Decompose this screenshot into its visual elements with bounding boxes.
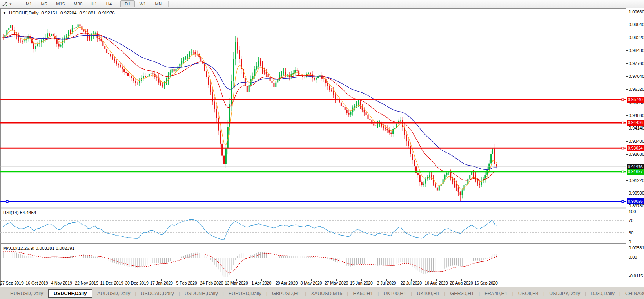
price-tick-label: 0.98480 <box>629 48 644 53</box>
price-tick-mark <box>626 206 628 206</box>
resistance-line-1-price-chip: 0.95740 <box>627 97 644 103</box>
date-label: 1 Apr 2020 <box>252 281 272 285</box>
date-label: 22 Nov 2019 <box>75 281 98 285</box>
tab-eurusd-daily[interactable]: EURUSD,Daily <box>224 289 266 298</box>
timeframe-button-m15[interactable]: M15 <box>52 0 69 7</box>
drawing-tool-button[interactable]: ▼ <box>1 1 13 7</box>
date-label: 16 Oct 2019 <box>25 281 48 285</box>
support-line-green-handle[interactable] <box>622 171 624 173</box>
price-tick-mark <box>626 154 628 155</box>
chart-canvas[interactable] <box>0 0 644 299</box>
date-label: 3 Jul 2020 <box>377 281 396 285</box>
tab-gbpusd-h1[interactable]: GBPUSD,H1 <box>267 289 305 298</box>
price-tick-mark <box>626 12 628 12</box>
tab-usdcnh-daily[interactable]: USDCNH,Daily <box>180 289 223 298</box>
macd-signal-line <box>3 252 497 273</box>
resistance-line-1-handle[interactable] <box>622 99 624 101</box>
timeframe-button-m30[interactable]: M30 <box>69 0 87 7</box>
date-label: 22 Jul 2020 <box>401 281 422 285</box>
resistance-line-3-handle[interactable] <box>622 147 624 149</box>
price-tick-mark <box>626 89 628 90</box>
collapse-triangle-icon[interactable]: ▼ <box>3 11 6 15</box>
tab-xauusd-m15[interactable]: XAUUSD,M15 <box>306 289 347 298</box>
price-tick-mark <box>626 193 628 193</box>
support-line-green-price-chip: 0.91697 <box>627 169 644 175</box>
date-label: 10 Aug 2020 <box>425 281 448 285</box>
date-label: 27 Sep 2019 <box>0 281 24 285</box>
support-line-blue-handle[interactable] <box>622 201 624 203</box>
tab-eurusd-daily[interactable]: EURUSD,Daily <box>5 289 48 298</box>
rsi-label: RSI(14) 54.4454 <box>3 210 36 215</box>
top-toolbar: ▼ M1M5M15M30H1H4D1W1MN <box>0 0 644 8</box>
price-tick-label: 0.92680 <box>629 152 644 157</box>
chart-tabs: EURUSD,DailyUSDCHF,DailyAUDUSD,Daily|USD… <box>5 289 644 298</box>
date-label: 4 Nov 2019 <box>51 281 72 285</box>
macd-label: MACD(12,26,9) 0.003381 0.002391 <box>3 246 74 250</box>
date-label: 15 Jun 2020 <box>350 281 373 285</box>
toolbar-separator <box>118 1 118 7</box>
timeframe-button-d1[interactable]: D1 <box>120 0 134 7</box>
price-tick-mark <box>626 128 628 128</box>
drawing-tool-icon <box>2 1 8 7</box>
tab-uk100-h1[interactable]: UK100,H1 <box>379 289 411 298</box>
rsi-scale-70: 70 <box>629 218 633 223</box>
price-tick-label: 0.91220 <box>629 178 644 183</box>
price-tick-mark <box>626 76 628 77</box>
tab-bar: EURUSD,DailyUSDCHF,DailyAUDUSD,Daily|USD… <box>0 287 644 299</box>
tab-fra40-h1[interactable]: FRA40,H1 <box>480 289 512 298</box>
timeframe-button-mn[interactable]: MN <box>151 0 167 7</box>
tab-ger30-h1[interactable]: GER30,H1 <box>445 289 478 298</box>
date-label: 20 Apr 2020 <box>276 281 298 285</box>
price-tick-label: 0.97760 <box>629 61 644 66</box>
macd-histogram <box>3 251 497 277</box>
timeframe-button-m1[interactable]: M1 <box>22 0 36 7</box>
chart-title: ▼ USDCHF,Daily 0.92151 0.92204 0.91881 0… <box>3 11 115 15</box>
price-tick-label: 1.00660 <box>629 9 644 14</box>
price-tick-label: 0.94140 <box>629 126 644 130</box>
date-label: 8 May 2020 <box>301 281 322 285</box>
rsi-scale-0: 0 <box>629 240 631 244</box>
timeframe-buttons: M1M5M15M30H1H4D1W1MN <box>22 0 170 7</box>
price-tick-label: 0.94860 <box>629 113 644 118</box>
tab-usdjpy-daily[interactable]: USDJPY,Daily <box>544 289 585 298</box>
date-label: 28 Aug 2020 <box>450 281 473 285</box>
timeframe-button-m5[interactable]: M5 <box>37 0 52 7</box>
price-tick-mark <box>626 115 628 116</box>
ma-slow <box>3 35 497 169</box>
tab-audusd-daily[interactable]: AUDUSD,Daily <box>93 289 135 298</box>
price-tick-mark <box>626 50 628 51</box>
tab-usoil-h4[interactable]: USOil,H4 <box>513 289 543 298</box>
tab-dj30-daily[interactable]: DJ30,Daily <box>586 289 619 298</box>
tab-china300-h1[interactable]: CHINA300,H1 <box>620 289 644 298</box>
timeframe-button-h4[interactable]: H4 <box>102 0 116 7</box>
horizontal-line-objects[interactable] <box>0 99 626 203</box>
macd-name: MACD(12,26,9) <box>3 246 34 250</box>
quote-high: 0.92204 <box>60 11 77 15</box>
rsi-line <box>3 219 497 240</box>
timeframe-button-w1[interactable]: W1 <box>135 0 151 7</box>
rsi-name: RSI(14) <box>3 210 19 215</box>
toolbar-separator <box>168 1 169 7</box>
macd-scale-min: -0.011514 <box>629 274 644 278</box>
resistance-line-2-handle[interactable] <box>622 122 624 124</box>
price-tick-label: 0.93400 <box>629 139 644 144</box>
macd-scale-zero: 0.00 <box>629 255 637 259</box>
price-tick-label: 0.96320 <box>629 87 644 92</box>
date-label: 13 Mar 2020 <box>225 281 248 285</box>
macd-main-value: 0.003381 <box>36 246 54 250</box>
price-tick-mark <box>626 38 628 38</box>
tab-hk50-h1[interactable]: HK50,H1 <box>348 289 378 298</box>
date-label: 16 Sep 2020 <box>474 281 498 285</box>
rsi-scale-100: 100 <box>629 209 636 214</box>
macd-scale-max: 0.005818 <box>629 245 644 250</box>
price-tick-mark <box>626 25 628 25</box>
tab-uk100-h1[interactable]: UK100,H1 <box>412 289 444 298</box>
chevron-down-icon[interactable]: ▼ <box>9 2 12 6</box>
tab-usdchf-daily[interactable]: USDCHF,Daily <box>48 289 92 298</box>
date-label: 17 Jan 2020 <box>150 281 173 285</box>
macd-signal-value: 0.002391 <box>56 246 74 250</box>
timeframe-button-h1[interactable]: H1 <box>87 0 101 7</box>
support-line-blue-price-chip: 0.90026 <box>627 198 644 204</box>
date-label: 5 Feb 2020 <box>176 281 197 285</box>
tab-usdcad-daily[interactable]: USDCAD,Daily <box>136 289 178 298</box>
